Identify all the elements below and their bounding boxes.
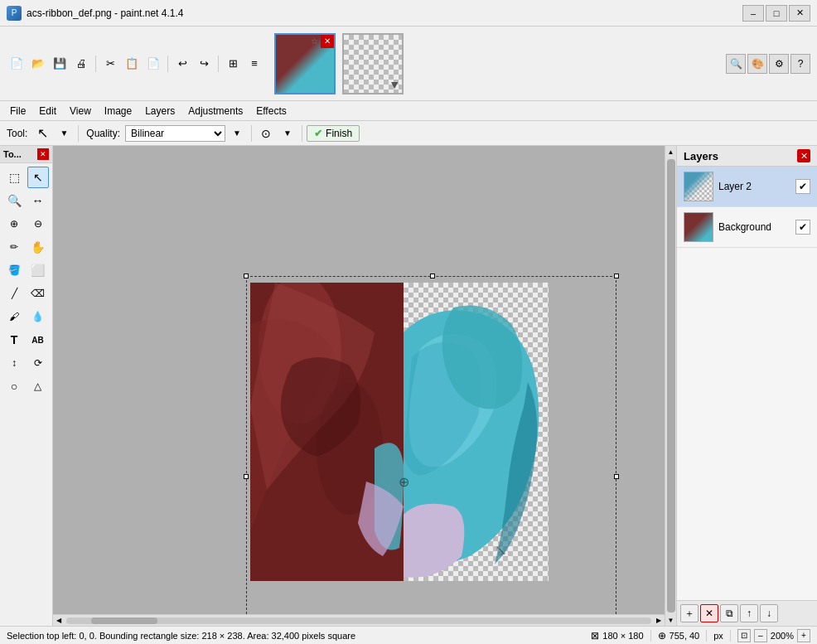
color-btn[interactable]: 🎨	[747, 54, 767, 74]
quality-dropdown[interactable]: ▼	[227, 123, 247, 143]
tool-eraser[interactable]: ⌫	[27, 283, 49, 304]
tool-zoom-in[interactable]: ⊕	[3, 213, 25, 235]
horizontal-scrollbar[interactable]: ◀ ▶	[53, 614, 665, 626]
toolbar-save[interactable]: 💾	[50, 54, 70, 74]
finish-check-icon: ✔	[314, 128, 322, 139]
tool-move-selection[interactable]: ↕	[3, 352, 25, 374]
layers-footer: ＋ ✕ ⧉ ↑ ↓	[677, 600, 817, 626]
tool-recolor[interactable]: AB	[27, 329, 49, 351]
tools-close-btn[interactable]: ✕	[37, 148, 49, 160]
tool-dropdown[interactable]: ▼	[54, 123, 74, 143]
ribbon-svg	[404, 283, 549, 581]
cursor-pos-text: 755, 40	[670, 631, 700, 641]
current-tool-btn[interactable]: ↖	[32, 123, 52, 143]
tools-panel: To... ✕ ⬚ ↖ 🔍 ↔ ⊕ ⊖ ✏ ✋ 🪣 ⬜ ╱ ⌫ 🖌 💧	[0, 146, 53, 626]
scroll-up-btn[interactable]: ▲	[665, 146, 677, 157]
scroll-h-track	[66, 617, 651, 624]
scroll-down-btn[interactable]: ▼	[665, 614, 677, 626]
tool-pencil[interactable]: ✏	[3, 236, 25, 258]
toolbar-copy[interactable]: 📋	[122, 54, 142, 74]
move-layer-up-btn[interactable]: ↑	[740, 604, 758, 622]
minimize-button[interactable]: –	[742, 5, 764, 22]
toolbar-grid[interactable]: ⊞	[223, 54, 243, 74]
layer-visibility-0[interactable]: ✔	[795, 179, 810, 194]
tool-text[interactable]: T	[3, 329, 25, 351]
tool-lasso[interactable]: △	[27, 375, 49, 397]
move-center-icon: ⊕	[399, 474, 409, 490]
quality-select[interactable]: Bilinear Nearest Neighbor Bicubic	[125, 125, 225, 142]
toolbar-paste[interactable]: 📄	[143, 54, 163, 74]
quality-label: Quality:	[83, 128, 123, 139]
layer-item-0[interactable]: Layer 2 ✔	[677, 167, 817, 207]
toolbar-undo[interactable]: ↩	[172, 54, 192, 74]
status-sep-1	[650, 630, 651, 642]
status-bar: Selection top left: 0, 0. Bounding recta…	[0, 626, 817, 644]
document-thumbnail-2[interactable]: ▼	[342, 33, 404, 94]
antialiasing-btn[interactable]: ⊙	[256, 123, 276, 143]
thumbnail-close[interactable]: ✕	[321, 35, 334, 48]
tool-rectangle-select[interactable]: ⬚	[3, 167, 25, 188]
toolbar-more[interactable]: ≡	[244, 54, 264, 74]
zoom-in-status[interactable]: +	[797, 629, 810, 642]
toolbar-redo[interactable]: ↪	[194, 54, 214, 74]
layers-close-btn[interactable]: ✕	[797, 149, 810, 162]
vertical-scrollbar[interactable]: ▲ ▼	[665, 146, 676, 626]
zoom-controls-btn[interactable]: 🔍	[726, 54, 746, 74]
help-btn[interactable]: ?	[790, 54, 810, 74]
menu-image[interactable]: Image	[98, 104, 138, 119]
tool-pan[interactable]: ↔	[27, 190, 49, 211]
tool-shape[interactable]: ⬜	[27, 259, 49, 281]
toolbar-open[interactable]: 📂	[28, 54, 48, 74]
scroll-v-thumb[interactable]	[667, 159, 675, 613]
scroll-h-thumb[interactable]	[91, 617, 157, 624]
tool-brush[interactable]: 🖌	[3, 306, 25, 327]
menu-view[interactable]: View	[63, 104, 98, 119]
artwork-container	[250, 283, 549, 581]
tool-dropper[interactable]: 💧	[27, 306, 49, 327]
zoom-out-status[interactable]: –	[754, 629, 767, 642]
finish-button[interactable]: ✔ Finish	[307, 125, 360, 142]
scroll-left-btn[interactable]: ◀	[53, 615, 65, 627]
menu-edit[interactable]: Edit	[32, 104, 63, 119]
aa-dropdown[interactable]: ▼	[278, 123, 297, 143]
move-layer-down-btn[interactable]: ↓	[760, 604, 778, 622]
thumbnail-star[interactable]: ☆	[307, 35, 321, 48]
finish-label: Finish	[326, 128, 352, 139]
delete-layer-btn[interactable]: ✕	[700, 604, 718, 622]
canvas-area[interactable]: ⊕ ⤡ ◀ ▶	[53, 146, 665, 626]
zoom-fit-btn[interactable]: ⊡	[737, 629, 751, 642]
toolbar-new[interactable]: 📄	[7, 54, 27, 74]
menu-effects[interactable]: Effects	[249, 104, 292, 119]
status-selection-info: Selection top left: 0, 0. Bounding recta…	[7, 631, 355, 641]
tool-fill[interactable]: 🪣	[3, 259, 25, 281]
handle-tr	[614, 274, 619, 278]
menu-file[interactable]: File	[3, 104, 32, 119]
menu-adjustments[interactable]: Adjustments	[181, 104, 249, 119]
toolbar-sep-3	[218, 56, 219, 72]
toolbar-cut[interactable]: ✂	[100, 54, 120, 74]
tool-line[interactable]: ╱	[3, 283, 25, 304]
scroll-right-btn[interactable]: ▶	[653, 615, 665, 627]
document-thumbnail[interactable]: ✕ ☆	[274, 33, 336, 94]
tool-zoom[interactable]: 🔍	[3, 190, 25, 211]
maximize-button[interactable]: □	[766, 5, 787, 22]
layer-thumb-1	[684, 212, 713, 242]
effects-btn[interactable]: ⚙	[769, 54, 789, 74]
tool-zoom-out[interactable]: ⊖	[27, 213, 49, 235]
handle-mr	[614, 474, 619, 479]
tool-clone-stamp[interactable]: ⟳	[27, 352, 49, 374]
toolbar-print[interactable]: 🖨	[71, 54, 91, 74]
layer-item-1[interactable]: Background ✔	[677, 207, 817, 248]
add-layer-btn[interactable]: ＋	[680, 604, 699, 622]
close-button[interactable]: ✕	[789, 5, 810, 22]
layer-thumbnail-bg	[684, 213, 713, 241]
tool-ellipse[interactable]: ○	[3, 375, 25, 397]
layers-panel: Layers ✕ Layer 2 ✔ Background ✔ ＋	[676, 146, 817, 626]
duplicate-layer-btn[interactable]: ⧉	[720, 604, 738, 622]
status-cursor-section: ⊕ 755, 40	[658, 630, 700, 642]
layer-name-0: Layer 2	[718, 181, 790, 192]
tool-move[interactable]: ↖	[27, 167, 49, 188]
layer-visibility-1[interactable]: ✔	[795, 220, 810, 235]
menu-layers[interactable]: Layers	[138, 104, 181, 119]
tool-hand[interactable]: ✋	[27, 236, 49, 258]
